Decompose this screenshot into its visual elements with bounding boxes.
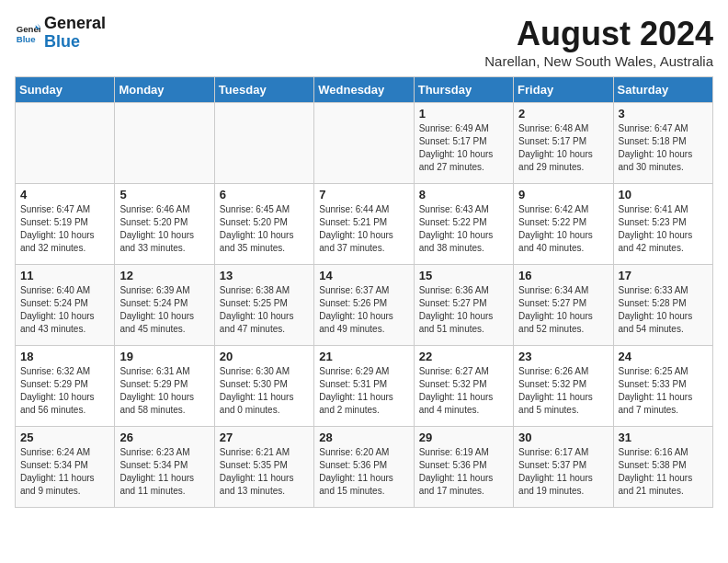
day-number: 1	[419, 107, 508, 121]
day-info: Sunrise: 6:49 AMSunset: 5:17 PMDaylight:…	[419, 122, 508, 174]
logo-text-general: General	[44, 15, 106, 33]
weekday-header: Friday	[514, 77, 613, 103]
calendar-cell: 25 Sunrise: 6:24 AMSunset: 5:34 PMDaylig…	[16, 427, 115, 508]
day-info: Sunrise: 6:20 AMSunset: 5:36 PMDaylight:…	[319, 446, 408, 498]
day-info: Sunrise: 6:48 AMSunset: 5:17 PMDaylight:…	[518, 122, 608, 174]
calendar-cell: 6 Sunrise: 6:45 AMSunset: 5:20 PMDayligh…	[214, 184, 313, 265]
calendar-cell: 28 Sunrise: 6:20 AMSunset: 5:36 PMDaylig…	[314, 427, 414, 508]
day-info: Sunrise: 6:45 AMSunset: 5:20 PMDaylight:…	[220, 203, 309, 255]
day-info: Sunrise: 6:29 AMSunset: 5:31 PMDaylight:…	[319, 365, 408, 417]
day-number: 6	[220, 188, 309, 201]
day-number: 13	[220, 269, 309, 282]
calendar-cell: 15 Sunrise: 6:36 AMSunset: 5:27 PMDaylig…	[414, 265, 513, 346]
calendar-week-row: 11 Sunrise: 6:40 AMSunset: 5:24 PMDaylig…	[16, 265, 713, 346]
day-info: Sunrise: 6:34 AMSunset: 5:27 PMDaylight:…	[518, 284, 608, 336]
day-number: 5	[119, 188, 209, 201]
page-header: General Blue General Blue August 2024 Na…	[15, 15, 713, 69]
calendar-cell: 26 Sunrise: 6:23 AMSunset: 5:34 PMDaylig…	[115, 427, 214, 508]
calendar-cell	[214, 103, 313, 184]
day-number: 24	[619, 350, 708, 363]
calendar-cell: 7 Sunrise: 6:44 AMSunset: 5:21 PMDayligh…	[314, 184, 414, 265]
day-number: 18	[20, 350, 109, 363]
calendar-cell: 31 Sunrise: 6:16 AMSunset: 5:38 PMDaylig…	[613, 427, 712, 508]
weekday-header: Saturday	[613, 77, 712, 103]
day-info: Sunrise: 6:46 AMSunset: 5:20 PMDaylight:…	[119, 203, 209, 255]
svg-text:General: General	[17, 24, 40, 34]
day-number: 21	[319, 350, 408, 363]
day-number: 3	[619, 107, 708, 121]
calendar-cell: 9 Sunrise: 6:42 AMSunset: 5:22 PMDayligh…	[514, 184, 613, 265]
day-info: Sunrise: 6:41 AMSunset: 5:23 PMDaylight:…	[619, 203, 708, 255]
calendar-cell: 8 Sunrise: 6:43 AMSunset: 5:22 PMDayligh…	[414, 184, 513, 265]
day-number: 7	[319, 188, 408, 201]
day-info: Sunrise: 6:43 AMSunset: 5:22 PMDaylight:…	[419, 203, 508, 255]
calendar-cell: 4 Sunrise: 6:47 AMSunset: 5:19 PMDayligh…	[16, 184, 115, 265]
day-number: 26	[119, 431, 209, 444]
calendar-cell: 5 Sunrise: 6:46 AMSunset: 5:20 PMDayligh…	[115, 184, 214, 265]
calendar-week-row: 25 Sunrise: 6:24 AMSunset: 5:34 PMDaylig…	[16, 427, 713, 508]
calendar-week-row: 4 Sunrise: 6:47 AMSunset: 5:19 PMDayligh…	[16, 184, 713, 265]
day-info: Sunrise: 6:19 AMSunset: 5:36 PMDaylight:…	[419, 446, 508, 498]
day-info: Sunrise: 6:21 AMSunset: 5:35 PMDaylight:…	[220, 446, 309, 498]
calendar-cell: 11 Sunrise: 6:40 AMSunset: 5:24 PMDaylig…	[16, 265, 115, 346]
day-number: 17	[619, 269, 708, 282]
calendar-cell: 27 Sunrise: 6:21 AMSunset: 5:35 PMDaylig…	[214, 427, 313, 508]
weekday-header: Monday	[115, 77, 214, 103]
calendar-cell: 30 Sunrise: 6:17 AMSunset: 5:37 PMDaylig…	[514, 427, 613, 508]
calendar-cell: 3 Sunrise: 6:47 AMSunset: 5:18 PMDayligh…	[613, 103, 712, 184]
calendar-table: SundayMondayTuesdayWednesdayThursdayFrid…	[15, 76, 713, 508]
day-info: Sunrise: 6:30 AMSunset: 5:30 PMDaylight:…	[220, 365, 309, 417]
calendar-subtitle: Narellan, New South Wales, Australia	[484, 53, 713, 69]
calendar-cell	[16, 103, 115, 184]
day-number: 23	[518, 350, 608, 363]
day-info: Sunrise: 6:42 AMSunset: 5:22 PMDaylight:…	[518, 203, 608, 255]
day-number: 11	[20, 269, 109, 282]
day-info: Sunrise: 6:27 AMSunset: 5:32 PMDaylight:…	[419, 365, 508, 417]
day-number: 14	[319, 269, 408, 282]
day-info: Sunrise: 6:47 AMSunset: 5:19 PMDaylight:…	[20, 203, 109, 255]
weekday-header: Thursday	[414, 77, 513, 103]
calendar-week-row: 18 Sunrise: 6:32 AMSunset: 5:29 PMDaylig…	[16, 346, 713, 427]
day-info: Sunrise: 6:39 AMSunset: 5:24 PMDaylight:…	[119, 284, 209, 336]
calendar-week-row: 1 Sunrise: 6:49 AMSunset: 5:17 PMDayligh…	[16, 103, 713, 184]
logo-text-blue: Blue	[44, 33, 106, 52]
day-info: Sunrise: 6:23 AMSunset: 5:34 PMDaylight:…	[119, 446, 209, 498]
day-info: Sunrise: 6:24 AMSunset: 5:34 PMDaylight:…	[20, 446, 109, 498]
day-info: Sunrise: 6:44 AMSunset: 5:21 PMDaylight:…	[319, 203, 408, 255]
calendar-cell: 29 Sunrise: 6:19 AMSunset: 5:36 PMDaylig…	[414, 427, 513, 508]
day-number: 16	[518, 269, 608, 282]
day-number: 8	[419, 188, 508, 201]
calendar-cell: 12 Sunrise: 6:39 AMSunset: 5:24 PMDaylig…	[115, 265, 214, 346]
calendar-cell	[115, 103, 214, 184]
day-info: Sunrise: 6:37 AMSunset: 5:26 PMDaylight:…	[319, 284, 408, 336]
day-info: Sunrise: 6:32 AMSunset: 5:29 PMDaylight:…	[20, 365, 109, 417]
day-info: Sunrise: 6:36 AMSunset: 5:27 PMDaylight:…	[419, 284, 508, 336]
calendar-cell: 22 Sunrise: 6:27 AMSunset: 5:32 PMDaylig…	[414, 346, 513, 427]
day-number: 2	[518, 107, 608, 121]
day-number: 4	[20, 188, 109, 201]
weekday-header: Tuesday	[214, 77, 313, 103]
calendar-cell: 16 Sunrise: 6:34 AMSunset: 5:27 PMDaylig…	[514, 265, 613, 346]
day-info: Sunrise: 6:47 AMSunset: 5:18 PMDaylight:…	[619, 122, 708, 174]
title-block: August 2024 Narellan, New South Wales, A…	[484, 15, 713, 69]
calendar-cell	[314, 103, 414, 184]
calendar-cell: 17 Sunrise: 6:33 AMSunset: 5:28 PMDaylig…	[613, 265, 712, 346]
calendar-cell: 2 Sunrise: 6:48 AMSunset: 5:17 PMDayligh…	[514, 103, 613, 184]
svg-text:Blue: Blue	[17, 33, 36, 43]
day-number: 29	[419, 431, 508, 444]
calendar-cell: 10 Sunrise: 6:41 AMSunset: 5:23 PMDaylig…	[613, 184, 712, 265]
day-number: 19	[119, 350, 209, 363]
day-number: 27	[220, 431, 309, 444]
calendar-cell: 20 Sunrise: 6:30 AMSunset: 5:30 PMDaylig…	[214, 346, 313, 427]
calendar-cell: 23 Sunrise: 6:26 AMSunset: 5:32 PMDaylig…	[514, 346, 613, 427]
day-info: Sunrise: 6:38 AMSunset: 5:25 PMDaylight:…	[220, 284, 309, 336]
calendar-cell: 14 Sunrise: 6:37 AMSunset: 5:26 PMDaylig…	[314, 265, 414, 346]
day-info: Sunrise: 6:26 AMSunset: 5:32 PMDaylight:…	[518, 365, 608, 417]
calendar-cell: 18 Sunrise: 6:32 AMSunset: 5:29 PMDaylig…	[16, 346, 115, 427]
calendar-cell: 21 Sunrise: 6:29 AMSunset: 5:31 PMDaylig…	[314, 346, 414, 427]
day-number: 10	[619, 188, 708, 201]
calendar-body: 1 Sunrise: 6:49 AMSunset: 5:17 PMDayligh…	[16, 103, 713, 508]
day-number: 9	[518, 188, 608, 201]
day-info: Sunrise: 6:33 AMSunset: 5:28 PMDaylight:…	[619, 284, 708, 336]
day-number: 20	[220, 350, 309, 363]
